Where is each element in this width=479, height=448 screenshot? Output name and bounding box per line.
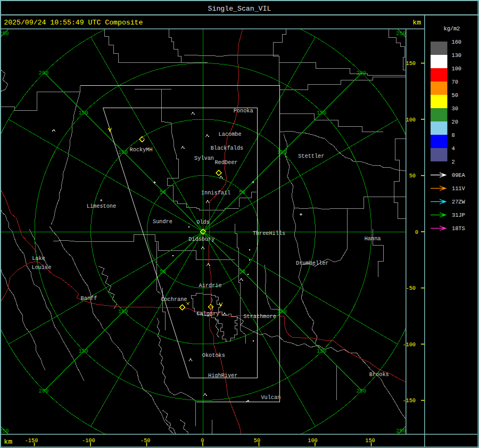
svg-text:160: 160 bbox=[452, 39, 461, 45]
svg-text:250: 250 bbox=[0, 30, 9, 37]
svg-text:150: 150 bbox=[78, 348, 88, 354]
svg-text:150: 150 bbox=[317, 348, 326, 354]
svg-text:09EA: 09EA bbox=[452, 172, 465, 178]
svg-text:Banff: Banff bbox=[81, 295, 97, 302]
svg-text:ThreeHills: ThreeHills bbox=[253, 230, 286, 237]
svg-text:70: 70 bbox=[452, 79, 458, 85]
svg-text:Single_Scan_VIL: Single_Scan_VIL bbox=[208, 5, 271, 13]
svg-text:-100: -100 bbox=[402, 341, 416, 348]
svg-text:-50: -50 bbox=[406, 285, 416, 291]
svg-text:kg/m2: kg/m2 bbox=[444, 26, 460, 32]
svg-text:km: km bbox=[4, 438, 12, 446]
svg-text:100: 100 bbox=[118, 149, 128, 156]
svg-text:Stettler: Stettler bbox=[298, 153, 324, 159]
svg-text:Lake: Lake bbox=[32, 255, 45, 262]
svg-text:Calgary: Calgary bbox=[196, 311, 219, 317]
svg-text:50: 50 bbox=[239, 189, 245, 196]
svg-text:2025/09/24 10:55:49 UTC Compos: 2025/09/24 10:55:49 UTC Composite bbox=[4, 19, 143, 27]
svg-text:RedDeer: RedDeer bbox=[214, 159, 237, 166]
svg-text:Innisfail: Innisfail bbox=[201, 190, 230, 196]
svg-text:150: 150 bbox=[406, 60, 416, 67]
svg-text:2: 2 bbox=[452, 159, 455, 165]
svg-text:Drumheller: Drumheller bbox=[296, 260, 329, 266]
svg-text:50: 50 bbox=[239, 268, 245, 275]
svg-text:Okotoks: Okotoks bbox=[202, 352, 225, 359]
svg-text:Blackfalds: Blackfalds bbox=[211, 145, 244, 151]
svg-text:100: 100 bbox=[118, 308, 128, 315]
svg-text:130: 130 bbox=[452, 52, 461, 59]
svg-text:Olds: Olds bbox=[196, 219, 210, 225]
svg-text:Vulcan: Vulcan bbox=[261, 394, 280, 401]
svg-text:*: * bbox=[251, 181, 254, 187]
svg-text:Brooks: Brooks bbox=[369, 371, 389, 378]
svg-text:250: 250 bbox=[396, 30, 406, 37]
svg-text:Lacombe: Lacombe bbox=[219, 131, 242, 137]
svg-text:0: 0 bbox=[201, 437, 204, 444]
svg-text:100: 100 bbox=[277, 308, 286, 315]
svg-text:27ZW: 27ZW bbox=[452, 199, 465, 205]
svg-text:4: 4 bbox=[452, 145, 455, 152]
svg-text:Ponoka: Ponoka bbox=[234, 108, 253, 114]
svg-text:100: 100 bbox=[452, 66, 461, 72]
svg-text:100: 100 bbox=[277, 149, 286, 156]
svg-text:100: 100 bbox=[308, 437, 317, 444]
svg-text:HighRiver: HighRiver bbox=[208, 372, 237, 379]
svg-text:50: 50 bbox=[409, 173, 416, 179]
svg-text:50: 50 bbox=[160, 268, 166, 275]
svg-text:18TS: 18TS bbox=[452, 225, 465, 232]
svg-text:Didsbury: Didsbury bbox=[188, 236, 214, 242]
svg-text:Louise: Louise bbox=[32, 264, 52, 271]
svg-text:200: 200 bbox=[357, 70, 366, 76]
svg-text:Strathmore: Strathmore bbox=[243, 313, 276, 320]
svg-text:-150: -150 bbox=[402, 397, 416, 404]
svg-text:km: km bbox=[412, 19, 421, 27]
svg-text:-100: -100 bbox=[82, 437, 95, 444]
svg-text:50: 50 bbox=[452, 92, 458, 99]
svg-text:Cochrane: Cochrane bbox=[161, 296, 187, 303]
svg-text:*: * bbox=[100, 199, 103, 205]
svg-text:31JP: 31JP bbox=[452, 212, 465, 218]
svg-text:250: 250 bbox=[0, 428, 9, 434]
svg-text:250: 250 bbox=[396, 428, 406, 434]
svg-text:150: 150 bbox=[365, 437, 375, 444]
svg-text:111V: 111V bbox=[452, 185, 465, 192]
svg-text:20: 20 bbox=[452, 119, 458, 125]
svg-text:50: 50 bbox=[254, 437, 260, 444]
svg-text:30: 30 bbox=[452, 105, 458, 112]
svg-text:-50: -50 bbox=[141, 437, 150, 444]
svg-text:Sundre: Sundre bbox=[153, 218, 172, 225]
svg-text:Hanna: Hanna bbox=[365, 235, 381, 242]
svg-text:8: 8 bbox=[452, 132, 455, 139]
svg-text:RockyMH: RockyMH bbox=[130, 146, 153, 153]
svg-text:200: 200 bbox=[39, 388, 48, 394]
svg-text:-150: -150 bbox=[25, 437, 38, 444]
svg-text:0: 0 bbox=[415, 229, 418, 235]
svg-text:100: 100 bbox=[406, 117, 416, 123]
svg-text:200: 200 bbox=[39, 70, 48, 76]
svg-text:150: 150 bbox=[78, 110, 88, 116]
svg-text:Sylvan: Sylvan bbox=[194, 155, 214, 161]
svg-text:200: 200 bbox=[357, 388, 366, 394]
svg-text:Airdrie: Airdrie bbox=[199, 282, 222, 289]
svg-text:50: 50 bbox=[160, 189, 166, 196]
svg-text:150: 150 bbox=[317, 110, 326, 116]
